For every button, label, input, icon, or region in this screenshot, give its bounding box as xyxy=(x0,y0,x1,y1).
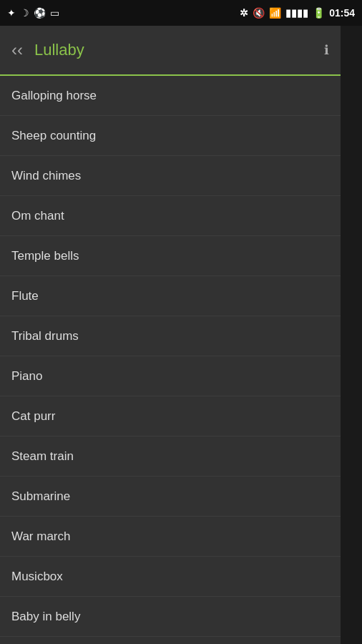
list-item-label: Musicbox xyxy=(11,570,63,584)
moon-icon: ☽ xyxy=(20,7,29,19)
menu-list: Galloping horseSheep countingWind chimes… xyxy=(0,76,341,644)
list-item-label: Submarine xyxy=(11,489,70,504)
list-item[interactable]: Piano xyxy=(0,356,341,396)
list-item[interactable]: Musicbox xyxy=(0,557,341,597)
soccer-icon: ⚽ xyxy=(34,7,46,19)
list-item[interactable]: Wind chimes xyxy=(0,156,341,196)
drawer-header: ‹ Lullaby ℹ xyxy=(0,26,341,76)
info-icon[interactable]: ℹ xyxy=(324,42,329,58)
mute-icon: 🔇 xyxy=(253,7,265,19)
list-item-label: Steam train xyxy=(11,449,74,464)
list-item[interactable]: War march xyxy=(0,517,341,557)
list-item[interactable]: Om chant xyxy=(0,196,341,236)
list-item[interactable]: Sheep counting xyxy=(0,116,341,156)
list-item-label: Tribal drums xyxy=(11,329,79,343)
list-item[interactable]: Temple bells xyxy=(0,236,341,276)
status-bar-right: ✲ 🔇 📶 ▮▮▮▮ 🔋 01:54 xyxy=(240,7,355,19)
wifi-icon: 📶 xyxy=(269,7,281,19)
bluetooth-icon: ✲ xyxy=(240,7,248,19)
list-item[interactable]: Baby in belly xyxy=(0,597,341,637)
list-item-label: Om chant xyxy=(11,209,64,223)
status-bar: ✦ ☽ ⚽ ▭ ✲ 🔇 📶 ▮▮▮▮ 🔋 01:54 xyxy=(0,0,362,26)
list-item-label: Cat purr xyxy=(11,409,55,424)
list-item-label: Temple bells xyxy=(11,249,79,263)
battery-icon: 🔋 xyxy=(313,7,325,19)
side-background xyxy=(341,26,362,644)
list-item-label: War march xyxy=(11,530,71,544)
star-icon: ✦ xyxy=(7,7,16,19)
list-item[interactable]: Galloping horse xyxy=(0,76,341,116)
signal-icon: ▮▮▮▮ xyxy=(285,7,308,19)
status-bar-left: ✦ ☽ ⚽ ▭ xyxy=(7,7,59,19)
list-item-label: Sheep counting xyxy=(11,129,96,143)
drawer-title: Lullaby xyxy=(34,41,84,59)
back-icon[interactable]: ‹ xyxy=(11,40,23,60)
drawer-panel: ‹ Lullaby ℹ Galloping horseSheep countin… xyxy=(0,26,341,644)
list-item-label: Piano xyxy=(11,369,42,384)
list-item[interactable]: Submarine xyxy=(0,477,341,517)
list-item[interactable]: Humming girl xyxy=(0,637,341,644)
time-display: 01:54 xyxy=(329,7,355,19)
list-item-label: Galloping horse xyxy=(11,89,97,103)
list-item[interactable]: Cat purr xyxy=(0,396,341,436)
list-item-label: Wind chimes xyxy=(11,169,81,183)
list-item[interactable]: Steam train xyxy=(0,436,341,477)
list-item-label: Flute xyxy=(11,289,39,303)
phone-icon: ▭ xyxy=(50,7,59,19)
list-item[interactable]: Tribal drums xyxy=(0,316,341,356)
list-item-label: Baby in belly xyxy=(11,610,80,624)
list-item[interactable]: Flute xyxy=(0,276,341,316)
